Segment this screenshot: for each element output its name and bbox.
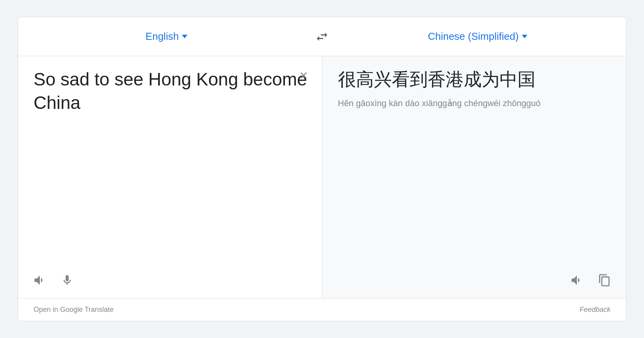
microphone-button[interactable] <box>58 271 76 290</box>
target-actions <box>567 270 614 290</box>
target-language-label: Chinese (Simplified) <box>428 30 519 43</box>
clear-button[interactable]: × <box>296 67 311 84</box>
feedback-link[interactable]: Feedback <box>580 306 610 314</box>
target-panel: 很高兴看到香港成为中国 Hěn gāoxìng kàn dào xiānggǎn… <box>322 56 626 298</box>
swap-languages-button[interactable] <box>307 26 337 48</box>
source-text: So sad to see Hong Kong become China <box>34 68 310 115</box>
clear-icon: × <box>299 68 308 84</box>
target-language-button[interactable]: Chinese (Simplified) <box>337 27 618 46</box>
open-in-google-translate-link[interactable]: Open in Google Translate <box>34 306 114 314</box>
translate-widget: English Chinese (Simplified) So sad to s… <box>18 17 626 321</box>
romanization-text: Hěn gāoxìng kàn dào xiānggǎng chéngwéi z… <box>338 97 615 110</box>
source-lang-chevron-icon <box>182 35 187 38</box>
copy-icon <box>598 274 611 287</box>
language-bar: English Chinese (Simplified) <box>18 17 626 56</box>
source-actions <box>30 270 76 290</box>
listen-target-button[interactable] <box>567 270 587 290</box>
microphone-icon <box>61 274 73 286</box>
translation-area: So sad to see Hong Kong become China × <box>18 56 626 298</box>
source-language-label: English <box>146 30 179 43</box>
translated-text: 很高兴看到香港成为中国 <box>338 68 615 91</box>
source-panel: So sad to see Hong Kong become China × <box>18 56 322 298</box>
speaker-icon <box>33 273 47 287</box>
speaker-icon <box>570 273 584 287</box>
source-language-button[interactable]: English <box>26 27 307 46</box>
swap-icon <box>315 30 329 44</box>
footer-bar: Open in Google Translate Feedback <box>18 298 626 321</box>
copy-translation-button[interactable] <box>595 270 614 290</box>
listen-source-button[interactable] <box>30 270 50 290</box>
target-lang-chevron-icon <box>522 35 527 38</box>
